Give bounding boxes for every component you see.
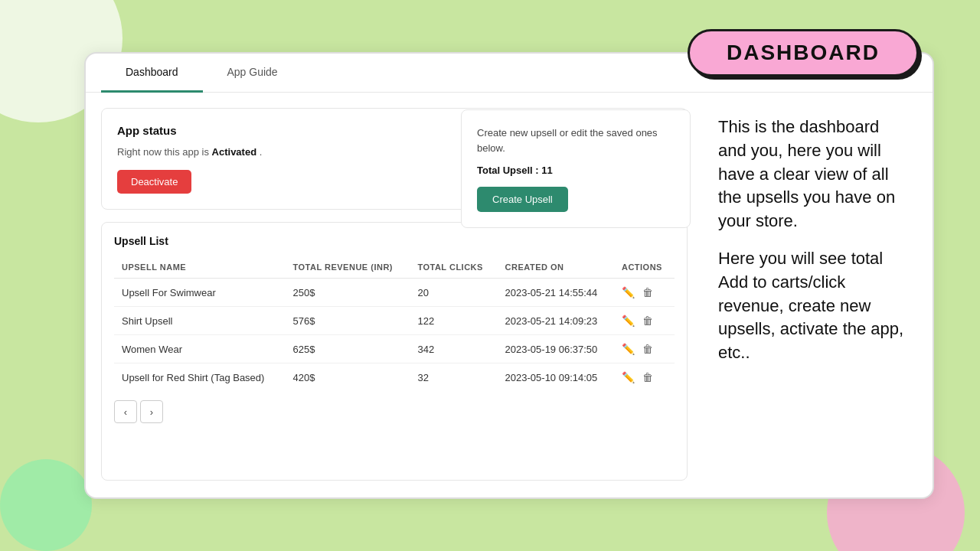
bg-decoration-bottom-left [0,459,92,551]
create-upsell-description: Create new upsell or edit the saved ones… [477,126,675,155]
edit-icon[interactable]: ✏️ [622,343,635,355]
upsell-list-section: Upsell List UPSELL NAME TOTAL REVENUE (I… [101,222,688,481]
cell-actions: ✏️ 🗑 [614,307,675,335]
cell-clicks: 342 [410,335,497,364]
dashboard-title: DASHBOARD [727,41,880,64]
cell-actions: ✏️ 🗑 [614,364,675,392]
cell-revenue: 576$ [285,307,410,335]
pagination: ‹ › [114,400,675,423]
cell-name: Upsell for Red Shirt (Tag Based) [114,364,285,392]
cell-clicks: 32 [410,364,497,392]
cell-name: Shirt Upsell [114,307,285,335]
delete-icon[interactable]: 🗑 [642,343,653,355]
col-header-created: CREATED ON [498,256,614,279]
delete-icon[interactable]: 🗑 [642,371,653,383]
cell-actions: ✏️ 🗑 [614,279,675,307]
cell-actions: ✏️ 🗑 [614,335,675,364]
cell-clicks: 20 [410,279,497,307]
delete-icon[interactable]: 🗑 [642,286,653,298]
edit-icon[interactable]: ✏️ [622,286,635,298]
table-row: Shirt Upsell 576$ 122 2023-05-21 14:09:2… [114,307,675,335]
tab-app-guide[interactable]: App Guide [203,54,302,93]
table-row: Upsell for Red Shirt (Tag Based) 420$ 32… [114,364,675,392]
prev-page-button[interactable]: ‹ [114,400,137,423]
edit-icon[interactable]: ✏️ [622,315,635,327]
col-header-name: UPSELL NAME [114,256,285,279]
cell-name: Women Wear [114,335,285,364]
table-row: Upsell For Swimwear 250$ 20 2023-05-21 1… [114,279,675,307]
total-upsell-count: Total Upsell : 11 [477,165,675,176]
cell-created: 2023-05-19 06:37:50 [498,335,614,364]
main-card: Dashboard App Guide App status Right now… [84,52,934,499]
cell-revenue: 420$ [285,364,410,392]
cell-revenue: 250$ [285,279,410,307]
description-line2: Here you will see total Add to carts/cli… [718,247,910,365]
create-upsell-card: Create new upsell or edit the saved ones… [461,109,691,228]
cell-revenue: 625$ [285,335,410,364]
cell-name: Upsell For Swimwear [114,279,285,307]
delete-icon[interactable]: 🗑 [642,315,653,327]
description-line1: This is the dashboard and you, here you … [718,116,910,233]
deactivate-button[interactable]: Deactivate [117,170,191,194]
create-upsell-button[interactable]: Create Upsell [477,187,568,212]
cell-clicks: 122 [410,307,497,335]
cell-created: 2023-05-21 14:55:44 [498,279,614,307]
col-header-clicks: TOTAL CLICKS [410,256,497,279]
dashboard-badge: DASHBOARD [688,29,919,77]
edit-icon[interactable]: ✏️ [622,371,635,383]
col-header-revenue: TOTAL REVENUE (INR) [285,256,410,279]
cell-created: 2023-05-10 09:14:05 [498,364,614,392]
col-header-actions: ACTIONS [614,256,675,279]
next-page-button[interactable]: › [140,400,163,423]
upsell-list-title: Upsell List [114,235,675,247]
right-panel: This is the dashboard and you, here you … [703,108,917,481]
table-row: Women Wear 625$ 342 2023-05-19 06:37:50 … [114,335,675,364]
upsell-table: UPSELL NAME TOTAL REVENUE (INR) TOTAL CL… [114,256,675,391]
cell-created: 2023-05-21 14:09:23 [498,307,614,335]
total-upsell-value: 11 [541,165,552,176]
tab-dashboard[interactable]: Dashboard [101,54,203,93]
app-status-value: Activated [212,146,257,158]
